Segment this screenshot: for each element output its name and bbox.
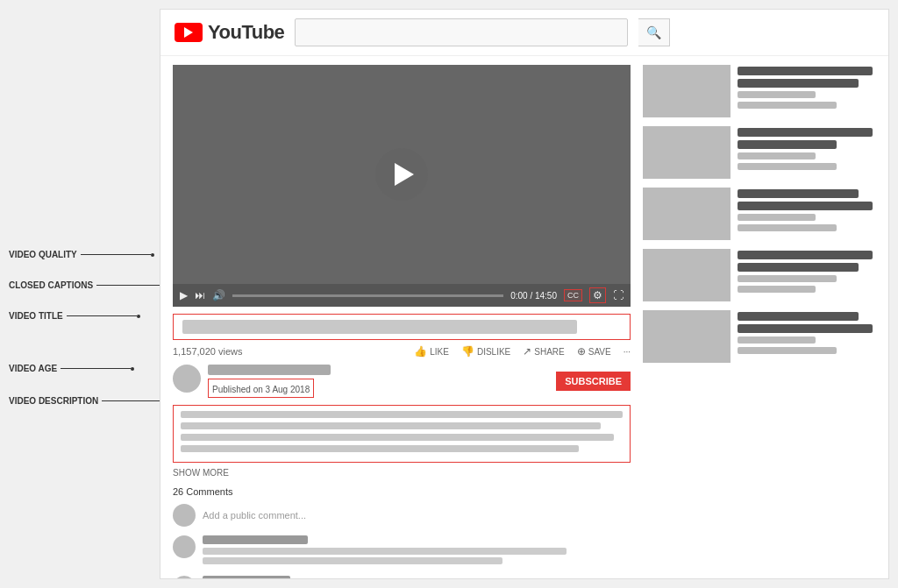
dislike-button[interactable]: 👎 DISLIKE xyxy=(461,345,510,358)
annotation-label-video-description: VIDEO DESCRIPTION xyxy=(9,396,98,406)
sidebar-info-5 xyxy=(738,310,880,363)
sidebar-meta-3a xyxy=(738,214,816,221)
save-button[interactable]: ⊕ SAVE xyxy=(577,345,611,358)
desc-line-4 xyxy=(181,445,579,452)
progress-bar[interactable] xyxy=(232,294,503,297)
content-area: ▶ ⏭ 🔊 0:00 / 14:50 CC ⚙ ⛶ 1,157, xyxy=(160,56,888,579)
channel-name-bar xyxy=(208,365,331,375)
sidebar-title-5a xyxy=(738,312,859,321)
annotation-dot-video-age xyxy=(131,367,134,371)
sidebar-meta-1b xyxy=(738,102,837,109)
sidebar-item-4 xyxy=(643,249,880,301)
sidebar-thumbnail-1[interactable] xyxy=(643,65,731,117)
comment-name-2 xyxy=(203,576,290,579)
video-title-bar xyxy=(173,314,631,340)
dislike-label: DISLIKE xyxy=(477,347,510,357)
comment-text-1a xyxy=(203,548,567,555)
play-button[interactable] xyxy=(375,148,428,201)
sidebar-meta-4a xyxy=(738,275,837,282)
sidebar-info-3 xyxy=(738,188,880,240)
annotation-line-video-age xyxy=(61,368,131,369)
sidebar-meta-5a xyxy=(738,337,816,344)
video-player[interactable] xyxy=(173,65,631,284)
channel-row: Published on 3 Aug 2018 SUBSCRIBE xyxy=(173,365,631,398)
channel-details: Published on 3 Aug 2018 xyxy=(208,365,549,398)
sidebar-meta-4b xyxy=(738,286,816,293)
search-button[interactable]: 🔍 xyxy=(638,18,670,46)
show-more-button[interactable]: SHOW MORE xyxy=(173,468,631,478)
header: YouTube 🔍 xyxy=(160,10,888,56)
annotation-closed-captions: CLOSED CAPTIONS xyxy=(9,280,170,290)
sidebar-meta-2b xyxy=(738,163,837,170)
annotation-video-age: VIDEO AGE xyxy=(9,364,134,373)
sidebar-thumbnail-2[interactable] xyxy=(643,126,731,179)
comments-count: 26 Comments xyxy=(173,486,631,497)
sidebar-meta-3b xyxy=(738,224,837,231)
video-description-box xyxy=(173,405,631,463)
like-button[interactable]: 👍 LIKE xyxy=(414,345,449,358)
sidebar-info-4 xyxy=(738,249,880,301)
annotation-line-video-quality xyxy=(81,254,151,255)
comment-avatar-2 xyxy=(173,576,196,579)
fullscreen-button[interactable]: ⛶ xyxy=(613,289,624,301)
view-count: 1,157,020 views xyxy=(173,346,243,357)
like-icon: 👍 xyxy=(414,345,427,358)
closed-captions-button[interactable]: CC xyxy=(564,289,582,301)
time-display: 0:00 / 14:50 xyxy=(510,291,557,301)
search-input[interactable] xyxy=(295,18,628,46)
video-age-box: Published on 3 Aug 2018 xyxy=(208,379,314,398)
sidebar-title-1b xyxy=(738,79,859,88)
sidebar-title-2a xyxy=(738,128,873,137)
play-control-button[interactable]: ▶ xyxy=(180,289,188,301)
subscribe-button[interactable]: SUBSCRIBE xyxy=(556,372,631,391)
sidebar-thumbnail-4[interactable] xyxy=(643,249,731,301)
comment-row-1 xyxy=(173,535,631,567)
video-age-text: Published on 3 Aug 2018 xyxy=(212,385,310,394)
sidebar-item-2 xyxy=(643,126,880,179)
sidebar-meta-2a xyxy=(738,152,816,159)
youtube-logo-text: YouTube xyxy=(208,21,284,44)
annotation-label-closed-captions: CLOSED CAPTIONS xyxy=(9,280,93,290)
sidebar-thumbnail-5[interactable] xyxy=(643,310,731,363)
youtube-logo-icon xyxy=(175,23,203,42)
sidebar-thumbnail-3[interactable] xyxy=(643,188,731,240)
desc-line-1 xyxy=(181,411,623,418)
comment-text-1b xyxy=(203,557,502,564)
sidebar-item-5 xyxy=(643,310,880,363)
dislike-icon: 👎 xyxy=(461,345,474,358)
next-button[interactable]: ⏭ xyxy=(195,289,205,301)
annotation-panel: VIDEO QUALITY CLOSED CAPTIONS VIDEO TITL… xyxy=(0,0,160,588)
video-info: 1,157,020 views 👍 LIKE 👎 DISLIKE ↗ SHA xyxy=(173,307,631,579)
like-label: LIKE xyxy=(430,347,449,357)
desc-line-3 xyxy=(181,434,614,441)
annotation-video-description: VIDEO DESCRIPTION xyxy=(9,396,175,406)
comment-content-1 xyxy=(203,535,631,567)
sidebar xyxy=(643,56,888,579)
comment-input-placeholder[interactable]: Add a public comment... xyxy=(203,510,306,521)
share-button[interactable]: ↗ SHARE xyxy=(523,345,564,358)
sidebar-title-3a xyxy=(738,189,859,198)
comment-input-row: Add a public comment... xyxy=(173,504,631,527)
annotation-label-video-quality: VIDEO QUALITY xyxy=(9,250,77,259)
settings-button[interactable]: ⚙ xyxy=(589,287,606,303)
volume-button[interactable]: 🔊 xyxy=(212,289,225,301)
comment-row-2 xyxy=(173,576,631,579)
comment-avatar-1 xyxy=(173,535,196,558)
sidebar-title-4a xyxy=(738,251,873,259)
annotation-dot-video-quality xyxy=(151,253,154,257)
avatar xyxy=(173,365,201,393)
sidebar-meta-5b xyxy=(738,347,837,354)
sidebar-title-2b xyxy=(738,140,837,149)
annotation-video-title: VIDEO TITLE xyxy=(9,311,140,321)
annotation-video-quality: VIDEO QUALITY xyxy=(9,250,154,259)
desc-line-2 xyxy=(181,422,601,429)
sidebar-title-5b xyxy=(738,324,873,333)
more-button[interactable]: ··· xyxy=(624,347,631,357)
sidebar-info-1 xyxy=(738,65,880,117)
sidebar-item-1 xyxy=(643,65,880,117)
sidebar-info-2 xyxy=(738,126,880,179)
sidebar-item-3 xyxy=(643,188,880,240)
save-icon: ⊕ xyxy=(577,345,586,358)
annotation-label-video-title: VIDEO TITLE xyxy=(9,311,63,321)
comment-name-1 xyxy=(203,535,308,544)
